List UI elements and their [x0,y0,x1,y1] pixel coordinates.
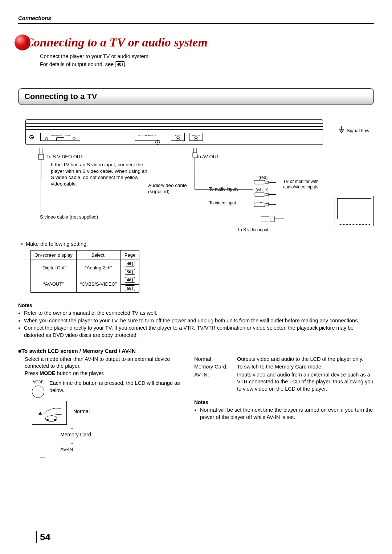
switch-heading: To switch LCD screen / Memory Card / AV-… [18,347,374,355]
av-cable-label: Audio/video cable (supplied) [148,183,188,195]
switch-body-2-pre: Press [25,370,40,376]
notes2-list: Normal will be set the next time the pla… [194,407,374,421]
rca-plugs-icon [254,180,287,211]
intro-line-2: For details of output sound, see 40. [40,61,374,68]
svg-rect-12 [254,203,265,207]
list-item: When you connect the player to your TV, … [24,317,374,325]
to-video-input-label: To video input [209,200,236,206]
page-ref-50: 50 [125,269,135,275]
notes2-heading: Notes [194,399,374,406]
connection-diagram: COMPONENT VIDEO BITSTREAM/PCM AV IN AV O… [18,118,374,234]
to-audio-inputs-label: To audio inputs [209,186,238,192]
section-header: Connections [18,15,374,24]
svg-rect-13 [265,204,269,206]
cycle-memory-label: Memory Card [60,431,91,438]
table-row: “Digital Out” “Analog 2ch” 46 [31,260,139,268]
settings-h3: Page [121,250,139,260]
mode-button-icon [32,386,44,398]
svideo-to-tv-plug-icon [260,214,285,226]
to-svideo-input-label: To S video input [237,227,268,233]
component-video-label: COMPONENT VIDEO [49,134,71,137]
to-svideo-out-label: To S VIDEO OUT [46,154,83,160]
av-plug-icon [192,148,197,175]
list-item: Refer to the owner’s manual of the conne… [24,310,374,317]
switch-body-2-bold: MODE [40,370,56,376]
settings-r1c1: “Digital Out” [31,260,77,276]
svg-rect-6 [254,180,265,184]
settings-r2c1: “AV-OUT” [31,276,77,293]
intro-block: Connect the player to your TV or audio s… [40,53,374,68]
cycle-normal-label: Normal [73,408,90,415]
svg-rect-4 [193,153,197,157]
switch-body-2-post: button on the player. [56,370,105,376]
intro-line-2-pre: For details of output sound, see [40,61,115,67]
intro-line-2-post: . [125,61,126,67]
settings-h2: Select: [76,250,121,260]
svg-rect-10 [265,194,269,196]
to-avout-label: To AV OUT [196,154,219,160]
bitstream-port: BITSTREAM/PCM [135,133,160,141]
page-ref-55: 55 [125,285,135,291]
cycle-avin-label: AV-IN [60,446,91,453]
bitstream-label: BITSTREAM/PCM [138,134,156,137]
mode-button-diagram: MODE [32,380,44,398]
settings-r2c2: “CVBS/S-VIDEO” [76,276,121,293]
svideo-note: If the TV has an S video input, connect … [51,162,149,187]
svg-rect-9 [254,193,265,196]
avout-port: AV OUT [189,133,203,141]
def-normal-val: Outputs video and audio to the LCD of th… [237,356,363,363]
svg-point-20 [54,419,56,421]
svg-point-19 [46,419,49,421]
notes-heading: Notes [18,302,374,309]
settings-lead-text: Make the following setting. [26,241,88,247]
settings-h1: On-screen display [31,250,77,260]
page-ref-48: 48 [125,277,135,283]
signal-flow-label: Signal flow [347,127,374,134]
subheading-bar: Connecting to a TV [18,88,374,105]
down-arrow-icon: ↓ [70,440,91,444]
mode-caption: MODE [33,380,44,384]
def-memory-val: To switch to the Memory Card mode. [237,363,323,371]
page-ref-46: 46 [125,261,135,266]
table-row: On-screen display Select: Page [31,250,139,260]
def-normal-key: Normal: [194,356,235,363]
avin-port: AV IN [171,133,185,141]
title-row: Connecting to a TV or audio system [18,34,374,51]
down-arrow-icon: ↓ [70,425,91,429]
svg-rect-7 [265,181,269,183]
list-item: Connect the player directly to your TV. … [24,325,374,339]
switch-body-1: Select a mode other than AV-IN to output… [25,356,170,369]
svg-rect-1 [38,154,44,159]
intro-line-1: Connect the player to your TV or audio s… [40,53,374,60]
def-memory-key: Memory Card: [194,363,235,371]
settings-r1c2: “Analog 2ch” [76,260,121,276]
table-row: “AV-OUT” “CVBS/S-VIDEO” 48 [31,276,139,285]
tv-label: TV or monitor with audio/video inputs [283,179,334,190]
component-video-port: COMPONENT VIDEO [40,133,80,141]
settings-lead: • Make the following setting. [18,241,374,248]
notes-list: Refer to the owner’s manual of the conne… [18,310,374,339]
def-avin-val: Inputs video and audio from an external … [237,371,374,393]
settings-table: On-screen display Select: Page “Digital … [30,250,139,293]
def-avin-key: AV-IN: [194,371,235,393]
svg-rect-16 [270,216,274,222]
tv-icon [335,196,374,226]
svg-rect-3 [193,148,196,153]
list-item: Normal will be set the next time the pla… [200,407,374,421]
page-number: 54 [36,531,50,543]
mode-description: Each time the button is pressed, the LCD… [49,380,184,394]
page-title: Connecting to a TV or audio system [25,34,208,51]
player-rear-panel: COMPONENT VIDEO BITSTREAM/PCM AV IN AV O… [25,119,323,145]
page-ref-40: 40 [115,61,125,67]
svideo-plug-icon [38,148,44,182]
signal-flow-arrow-icon [338,125,345,137]
svg-rect-15 [260,217,270,221]
svg-rect-0 [39,148,43,154]
lcd-screen-icon [32,401,67,425]
